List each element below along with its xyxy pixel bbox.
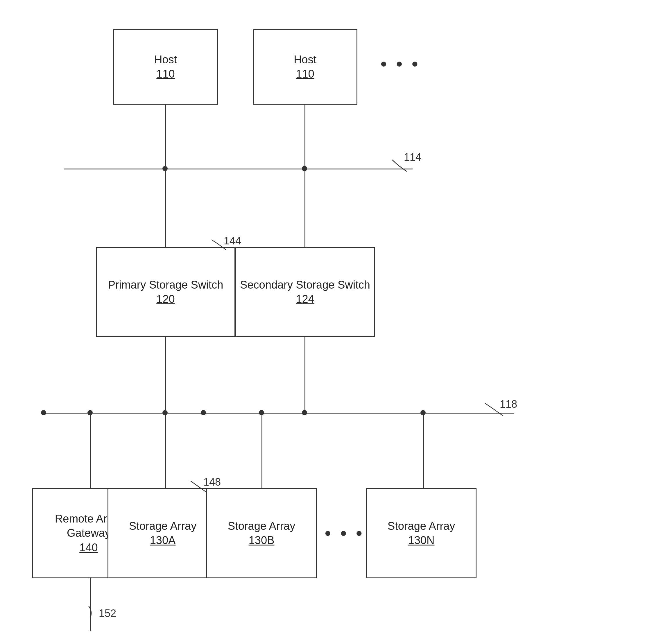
storage-n-label: Storage Array — [387, 519, 455, 533]
host-ellipsis: • • • — [381, 54, 420, 74]
bus-to-storageb-line — [261, 413, 262, 488]
dot-bus-gateway — [88, 410, 93, 415]
curly-118 — [482, 401, 505, 418]
host1-box: Host 110 — [113, 29, 218, 105]
primary-switch-label: Primary Storage Switch — [108, 278, 223, 292]
storage-n-number: 130N — [408, 533, 435, 548]
curly-144 — [209, 238, 229, 253]
primary-to-bus-line — [165, 337, 166, 413]
storage-ellipsis: • • • — [325, 523, 364, 543]
bus-to-storagea-line — [165, 413, 166, 488]
host2-label: Host — [294, 53, 316, 67]
curly-152 — [86, 604, 103, 619]
storage-a-number: 130A — [150, 533, 176, 548]
secondary-switch-number: 124 — [296, 292, 314, 306]
secondary-switch-box: Secondary Storage Switch 124 — [235, 247, 375, 337]
host2-box: Host 110 — [253, 29, 357, 105]
host1-number: 110 — [156, 67, 174, 81]
host1-label: Host — [154, 53, 177, 67]
secondary-switch-label: Secondary Storage Switch — [240, 278, 370, 292]
primary-switch-number: 120 — [156, 292, 174, 306]
curly-114 — [389, 157, 412, 175]
bus-to-gateway-line — [90, 413, 91, 488]
dot-bus-secondary — [302, 410, 307, 415]
storage-n-box: Storage Array 130N — [366, 488, 476, 578]
host1-down-line — [165, 105, 166, 168]
bus-to-storagen-line — [423, 413, 424, 488]
bottom-bus-line — [44, 413, 514, 414]
host2-down-line — [305, 105, 305, 168]
storage-a-label: Storage Array — [129, 519, 196, 533]
host2-number: 110 — [296, 67, 314, 81]
top-bus-line — [64, 168, 412, 169]
bus-to-secondary-line — [305, 168, 305, 247]
bus-to-primary-line — [165, 168, 166, 247]
switch-connect-line — [235, 292, 236, 293]
storage-b-label: Storage Array — [228, 519, 295, 533]
curly-148 — [188, 480, 209, 494]
primary-switch-box: Primary Storage Switch 120 — [96, 247, 235, 337]
diagram: Host 110 Host 110 • • • 114 Primary Stor… — [0, 0, 661, 644]
dot-bus-second-left — [201, 410, 206, 415]
storage-a-box: Storage Array 130A — [108, 488, 218, 578]
storage-b-number: 130B — [249, 533, 275, 548]
remote-gateway-number: 140 — [79, 540, 98, 555]
dot-bus-left — [41, 410, 46, 415]
storage-b-box: Storage Array 130B — [206, 488, 317, 578]
secondary-to-bus-line — [305, 337, 305, 413]
